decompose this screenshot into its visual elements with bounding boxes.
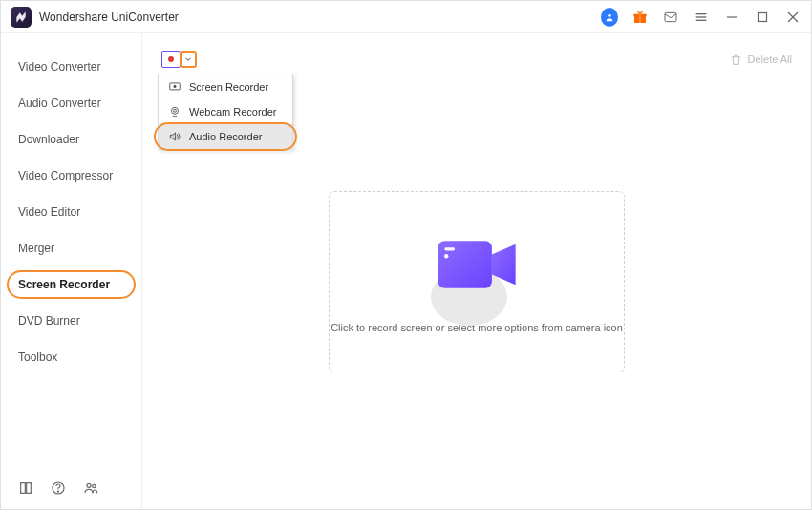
minimize-icon[interactable] — [723, 9, 740, 26]
svg-rect-9 — [759, 12, 767, 21]
delete-all-button[interactable]: Delete All — [730, 53, 792, 66]
sidebar-item-video-compressor[interactable]: Video Compressor — [1, 158, 141, 194]
svg-point-14 — [87, 483, 91, 487]
sidebar-item-label: Merger — [18, 242, 54, 255]
dropdown-item-label: Screen Recorder — [189, 81, 268, 93]
sidebar-item-label: Screen Recorder — [18, 278, 110, 291]
record-button[interactable] — [161, 51, 181, 68]
sidebar-item-dvd-burner[interactable]: DVD Burner — [1, 303, 141, 339]
help-icon[interactable] — [51, 480, 66, 496]
sidebar: Video Converter Audio Converter Download… — [1, 33, 142, 509]
svg-point-19 — [174, 109, 177, 112]
maximize-icon[interactable] — [754, 9, 771, 26]
svg-point-15 — [93, 484, 96, 487]
titlebar-controls — [601, 9, 801, 26]
webcam-icon — [168, 105, 182, 118]
app-window: Wondershare UniConverter — [0, 0, 812, 510]
delete-all-label: Delete All — [748, 53, 792, 65]
toolbar: Screen Recorder Webcam Recorder Audio Re… — [161, 47, 792, 72]
menu-icon[interactable] — [693, 9, 710, 26]
record-options-dropdown: Screen Recorder Webcam Recorder Audio Re… — [158, 74, 293, 150]
sidebar-item-merger[interactable]: Merger — [1, 230, 141, 266]
sidebar-item-label: Audio Converter — [18, 96, 101, 110]
toolbar-left: Screen Recorder Webcam Recorder Audio Re… — [161, 51, 197, 68]
record-dropzone[interactable]: Click to record screen or select more op… — [329, 191, 625, 372]
svg-rect-4 — [665, 12, 676, 21]
camera-icon — [426, 230, 527, 299]
body: Video Converter Audio Converter Download… — [1, 33, 811, 509]
sidebar-item-label: Toolbox — [18, 351, 57, 364]
dropdown-item-label: Audio Recorder — [189, 131, 262, 142]
dropdown-item-webcam-recorder[interactable]: Webcam Recorder — [159, 99, 292, 124]
sidebar-item-screen-recorder[interactable]: Screen Recorder — [1, 266, 141, 303]
mail-icon[interactable] — [662, 9, 679, 26]
dropdown-item-screen-recorder[interactable]: Screen Recorder — [159, 74, 292, 99]
trash-icon — [730, 53, 742, 66]
svg-point-13 — [57, 491, 58, 492]
gift-icon[interactable] — [631, 9, 649, 26]
sidebar-item-label: Video Editor — [18, 205, 80, 219]
svg-point-22 — [444, 254, 448, 258]
book-icon[interactable] — [18, 480, 33, 496]
svg-point-18 — [172, 107, 179, 114]
dropdown-item-label: Webcam Recorder — [189, 106, 277, 117]
sidebar-item-video-editor[interactable]: Video Editor — [1, 194, 141, 230]
sidebar-item-toolbox[interactable]: Toolbox — [1, 339, 141, 375]
audio-icon — [168, 130, 182, 143]
chevron-down-icon — [184, 55, 192, 63]
sidebar-item-label: Video Converter — [18, 60, 101, 74]
sidebar-item-downloader[interactable]: Downloader — [1, 121, 141, 158]
people-icon[interactable] — [83, 480, 98, 496]
app-logo — [11, 7, 32, 28]
record-options-dropdown-button[interactable] — [180, 51, 197, 68]
sidebar-item-video-converter[interactable]: Video Converter — [1, 49, 141, 85]
dropdown-item-audio-recorder[interactable]: Audio Recorder — [159, 124, 292, 149]
user-icon[interactable] — [601, 9, 618, 26]
sidebar-item-label: Downloader — [18, 133, 79, 146]
sidebar-footer — [1, 467, 141, 509]
svg-rect-3 — [639, 13, 640, 22]
titlebar: Wondershare UniConverter — [1, 1, 811, 33]
svg-point-0 — [608, 13, 610, 16]
svg-point-17 — [174, 85, 176, 87]
screen-icon — [168, 80, 182, 94]
close-icon[interactable] — [784, 9, 801, 26]
sidebar-items: Video Converter Audio Converter Download… — [1, 49, 141, 467]
sidebar-item-audio-converter[interactable]: Audio Converter — [1, 85, 141, 121]
main-content: Screen Recorder Webcam Recorder Audio Re… — [142, 33, 811, 509]
svg-rect-21 — [444, 247, 455, 250]
sidebar-item-label: DVD Burner — [18, 314, 80, 328]
sidebar-item-label: Video Compressor — [18, 169, 113, 182]
app-title: Wondershare UniConverter — [39, 11, 601, 24]
